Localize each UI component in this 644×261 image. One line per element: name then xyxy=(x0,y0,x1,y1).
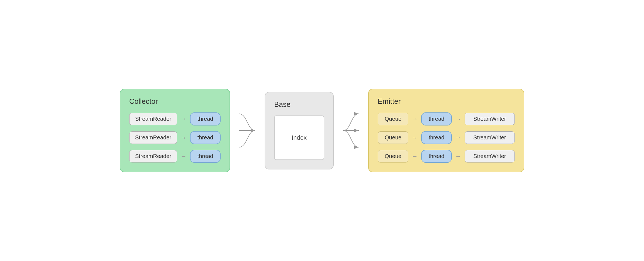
stream-writer-3: StreamWriter xyxy=(465,150,515,162)
base-to-emitter-connector xyxy=(343,103,359,158)
collector-rows: StreamReader → thread StreamReader → thr… xyxy=(129,112,221,163)
emitter-panel: Emitter Queue → thread → StreamWriter Qu… xyxy=(368,89,524,172)
emitter-arrow-2: → xyxy=(455,115,461,123)
diagram-container: Collector StreamReader → thread StreamRe… xyxy=(103,72,541,189)
collector-thread-1: thread xyxy=(190,112,221,125)
emitter-row-1: Queue → thread → StreamWriter xyxy=(378,112,515,125)
collector-panel: Collector StreamReader → thread StreamRe… xyxy=(120,89,230,172)
queue-1: Queue xyxy=(378,113,408,125)
base-label: Base xyxy=(274,100,291,109)
emitter-arrow-1: → xyxy=(412,115,418,123)
arrow-3: → xyxy=(180,153,187,160)
emitter-arrow-6: → xyxy=(455,153,461,160)
emitter-arrow-4: → xyxy=(455,134,461,141)
queue-3: Queue xyxy=(378,150,408,162)
stream-reader-3: StreamReader xyxy=(129,150,177,162)
stream-reader-1: StreamReader xyxy=(129,113,177,125)
arrow-2: → xyxy=(180,134,187,141)
collector-row-3: StreamReader → thread xyxy=(129,150,221,163)
base-panel: Base Index xyxy=(265,92,334,169)
collector-row-1: StreamReader → thread xyxy=(129,112,221,125)
emitter-row-3: Queue → thread → StreamWriter xyxy=(378,150,515,163)
emitter-label: Emitter xyxy=(378,97,515,106)
collector-row-2: StreamReader → thread xyxy=(129,131,221,144)
emitter-thread-3: thread xyxy=(421,150,452,163)
collector-to-base-connector xyxy=(239,103,256,158)
collector-thread-3: thread xyxy=(190,150,221,163)
emitter-arrow-3: → xyxy=(412,134,418,141)
emitter-rows: Queue → thread → StreamWriter Queue → th… xyxy=(378,112,515,163)
stream-reader-2: StreamReader xyxy=(129,131,177,144)
emitter-row-2: Queue → thread → StreamWriter xyxy=(378,131,515,144)
emitter-arrow-5: → xyxy=(412,153,418,160)
base-to-emitter-arrows xyxy=(343,103,359,158)
stream-writer-2: StreamWriter xyxy=(465,131,515,144)
stream-writer-1: StreamWriter xyxy=(465,113,515,125)
queue-2: Queue xyxy=(378,131,408,144)
base-inner: Index xyxy=(274,115,324,160)
collector-label: Collector xyxy=(129,97,221,106)
emitter-thread-1: thread xyxy=(421,112,452,125)
collector-to-base-arrows xyxy=(239,103,256,158)
collector-thread-2: thread xyxy=(190,131,221,144)
emitter-thread-2: thread xyxy=(421,131,452,144)
index-label: Index xyxy=(292,134,307,141)
arrow-1: → xyxy=(180,115,187,123)
